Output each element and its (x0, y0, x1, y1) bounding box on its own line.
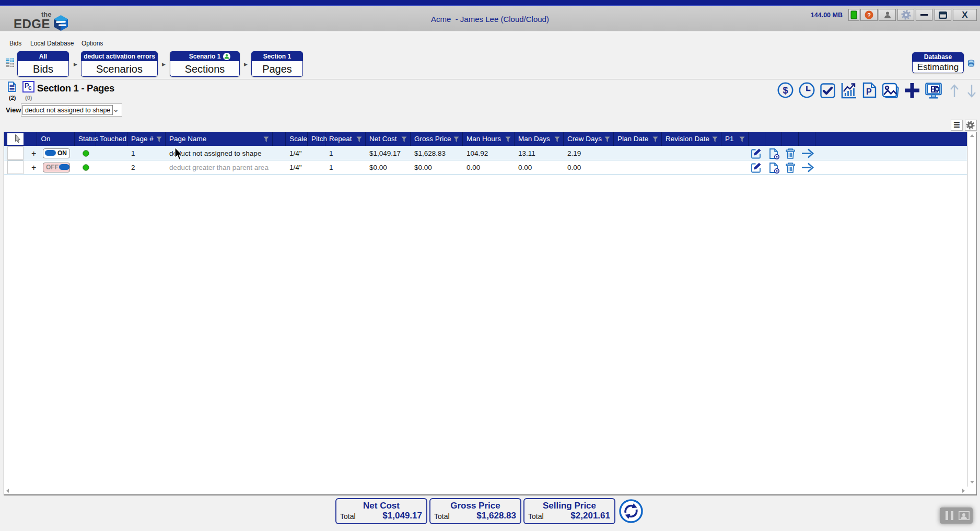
svg-text:P: P (866, 87, 872, 96)
svg-text:$: $ (783, 85, 788, 96)
svg-text:?: ? (867, 12, 871, 18)
